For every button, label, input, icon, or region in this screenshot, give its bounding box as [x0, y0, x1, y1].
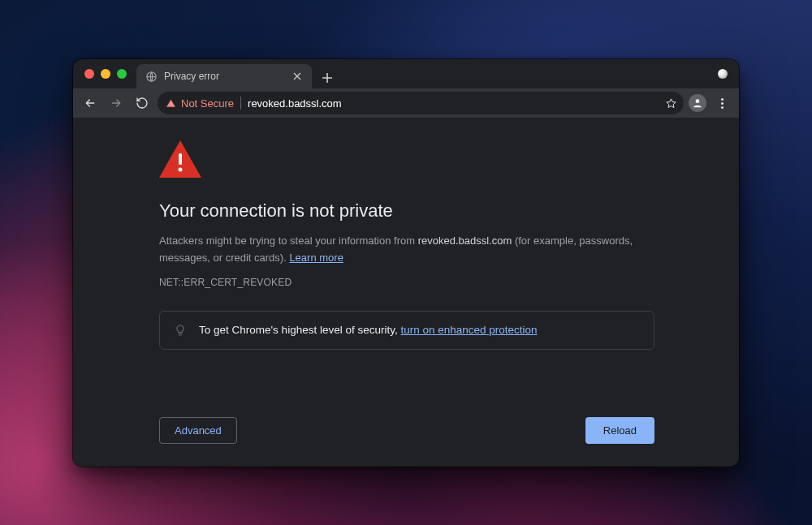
reload-button[interactable] [132, 93, 153, 114]
security-status[interactable]: Not Secure [166, 97, 234, 110]
bookmark-star-icon[interactable] [664, 97, 677, 110]
separator [240, 97, 241, 110]
warning-triangle-icon [166, 98, 176, 109]
tip-prefix: To get Chrome's highest level of securit… [199, 324, 400, 336]
tip-text: To get Chrome's highest level of securit… [199, 324, 538, 336]
window-close-button[interactable] [84, 69, 94, 79]
error-description: Attackers might be trying to steal your … [159, 233, 654, 267]
security-status-label: Not Secure [181, 97, 234, 110]
reload-page-button[interactable]: Reload [585, 417, 654, 444]
lightbulb-icon [173, 323, 188, 338]
learn-more-link[interactable]: Learn more [289, 252, 343, 264]
url-host: revoked.badssl.com [248, 97, 342, 110]
svg-point-1 [696, 99, 700, 103]
window-controls [81, 59, 127, 88]
privacy-error-page: Your connection is not private Attackers… [73, 118, 739, 467]
error-panel: Your connection is not private Attackers… [159, 140, 654, 350]
warning-triangle-icon [159, 140, 201, 178]
toolbar: Not Secure revoked.badssl.com [73, 88, 739, 118]
close-tab-button[interactable] [291, 70, 304, 83]
person-icon [692, 97, 703, 109]
kebab-menu-icon [721, 98, 723, 109]
advanced-button[interactable]: Advanced [159, 417, 237, 444]
window-zoom-button[interactable] [117, 69, 127, 79]
window-minimize-button[interactable] [101, 69, 110, 79]
globe-icon [145, 70, 158, 83]
error-host: revoked.badssl.com [418, 235, 512, 247]
button-row: Advanced Reload [159, 417, 654, 444]
error-heading: Your connection is not private [159, 200, 654, 222]
error-code: NET::ERR_CERT_REVOKED [159, 277, 654, 288]
profile-avatar-button[interactable] [689, 94, 706, 112]
browser-window: Privacy error [73, 59, 739, 467]
forward-button[interactable] [106, 93, 127, 114]
enhanced-protection-link[interactable]: turn on enhanced protection [400, 324, 537, 336]
address-bar[interactable]: Not Secure revoked.badssl.com [158, 92, 684, 114]
tab-title: Privacy error [164, 71, 284, 82]
svg-rect-2 [179, 153, 182, 165]
tab-active[interactable]: Privacy error [136, 64, 312, 88]
enhanced-protection-tip: To get Chrome's highest level of securit… [159, 311, 654, 350]
new-tab-button[interactable] [317, 67, 338, 88]
error-description-prefix: Attackers might be trying to steal your … [159, 235, 418, 247]
tab-strip: Privacy error [73, 59, 739, 88]
chrome-menu-button[interactable] [711, 93, 732, 114]
svg-point-3 [179, 168, 183, 172]
back-button[interactable] [80, 93, 101, 114]
extension-indicator-icon[interactable] [718, 69, 728, 79]
